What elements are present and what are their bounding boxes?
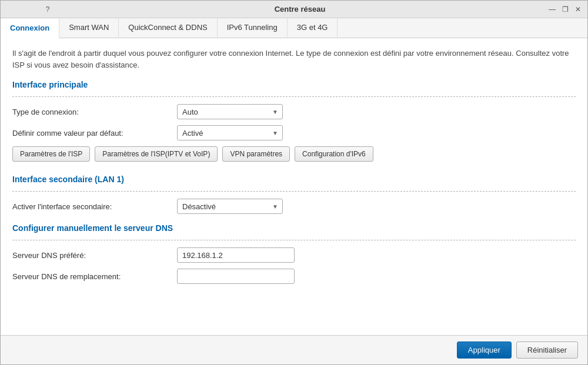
main-interface-divider [12, 96, 576, 97]
isp-iptv-params-button[interactable]: Paramètres de l'ISP(IPTV et VoIP) [95, 146, 218, 162]
enable-secondary-select-wrapper: Désactivé Activé ▼ [177, 199, 283, 214]
tab-3g4g[interactable]: 3G et 4G [288, 18, 338, 38]
connection-type-row: Type de connexion: Auto ▼ [12, 104, 576, 119]
apply-button[interactable]: Appliquer [457, 341, 512, 359]
connection-type-label: Type de connexion: [12, 108, 177, 116]
close-button[interactable]: ✕ [573, 5, 583, 14]
vpn-params-button[interactable]: VPN paramètres [222, 146, 290, 162]
reset-button[interactable]: Réinitialiser [516, 341, 578, 359]
enable-secondary-select[interactable]: Désactivé Activé [177, 199, 283, 214]
alternate-dns-row: Serveur DNS de remplacement: [12, 269, 576, 284]
default-value-label: Définir comme valeur par défaut: [12, 129, 177, 138]
connection-type-select-wrapper: Auto ▼ [177, 104, 283, 119]
dns-divider [12, 240, 576, 240]
enable-secondary-row: Activer l'interface secondaire: Désactiv… [12, 199, 576, 214]
secondary-interface-section: Interface secondaire (LAN 1) Activer l'i… [12, 175, 576, 220]
dns-section: Configurer manuellement le serveur DNS S… [12, 223, 576, 290]
connection-type-control: Auto ▼ [177, 104, 283, 119]
default-value-select-wrapper: Activé Désactivé ▼ [177, 125, 283, 140]
connection-type-select[interactable]: Auto [177, 104, 283, 119]
main-interface-section: Interface principale Type de connexion: … [12, 80, 576, 171]
content-area: Il s'agit de l'endroit à partir duquel v… [1, 38, 587, 335]
alternate-dns-input[interactable] [177, 269, 295, 284]
preferred-dns-control [177, 247, 295, 263]
default-value-control: Activé Désactivé ▼ [177, 125, 283, 140]
default-value-row: Définir comme valeur par défaut: Activé … [12, 125, 576, 140]
enable-secondary-control: Désactivé Activé ▼ [177, 199, 283, 214]
help-button[interactable]: ? [43, 5, 52, 14]
ipv6-config-button[interactable]: Configuration d'IPv6 [295, 146, 373, 162]
description-text: Il s'agit de l'endroit à partir duquel v… [12, 48, 576, 71]
tabs-bar: Connexion Smart WAN QuickConnect & DDNS … [1, 18, 587, 38]
window-controls: — ❐ ✕ [547, 5, 583, 14]
minimize-button[interactable]: — [547, 5, 557, 14]
spacer [12, 293, 576, 326]
alternate-dns-label: Serveur DNS de remplacement: [12, 272, 177, 281]
tab-smart-wan[interactable]: Smart WAN [59, 18, 119, 38]
preferred-dns-label: Serveur DNS préféré: [12, 251, 177, 260]
isp-params-button[interactable]: Paramètres de l'ISP [12, 146, 90, 162]
tab-ipv6-tunneling[interactable]: IPv6 Tunneling [218, 18, 288, 38]
tab-quickconnect[interactable]: QuickConnect & DDNS [119, 18, 217, 38]
alternate-dns-control [177, 269, 295, 284]
window-title: Centre réseau [52, 5, 547, 14]
main-interface-title: Interface principale [12, 80, 576, 92]
preferred-dns-input[interactable] [177, 247, 295, 263]
secondary-interface-title: Interface secondaire (LAN 1) [12, 175, 576, 186]
action-buttons-row: Paramètres de l'ISP Paramètres de l'ISP(… [12, 146, 576, 162]
secondary-interface-divider [12, 191, 576, 192]
enable-secondary-label: Activer l'interface secondaire: [12, 202, 177, 211]
preferred-dns-row: Serveur DNS préféré: [12, 247, 576, 263]
restore-button[interactable]: ❐ [560, 5, 570, 14]
footer: Appliquer Réinitialiser [1, 335, 587, 364]
tab-connexion[interactable]: Connexion [1, 19, 59, 38]
dns-title: Configurer manuellement le serveur DNS [12, 223, 576, 235]
title-bar: ? Centre réseau — ❐ ✕ [1, 1, 587, 18]
main-window: ? Centre réseau — ❐ ✕ Connexion Smart WA… [0, 0, 588, 365]
default-value-select[interactable]: Activé Désactivé [177, 125, 283, 140]
